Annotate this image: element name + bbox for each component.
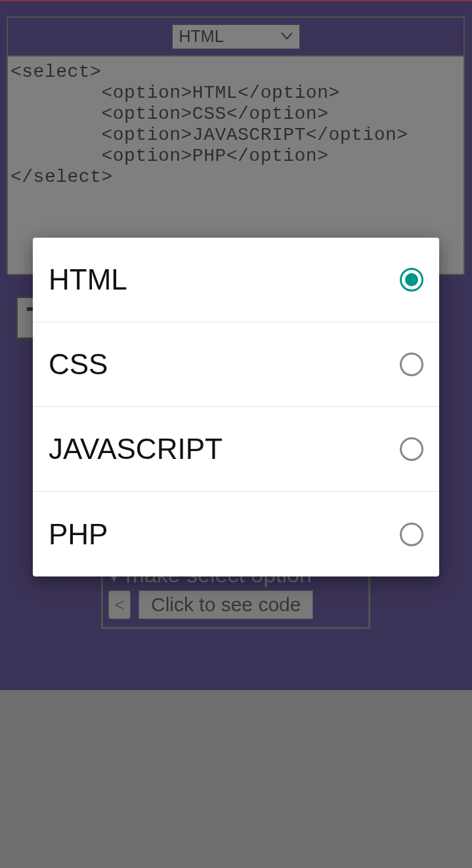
option-label: HTML [49,263,127,296]
radio-unselected-icon [400,523,423,546]
radio-selected-icon [400,268,423,292]
option-label: PHP [49,518,108,551]
option-html[interactable]: HTML [33,238,439,322]
option-css[interactable]: CSS [33,322,439,407]
option-label: JAVASCRIPT [49,433,223,466]
option-php[interactable]: PHP [33,492,439,576]
option-label: CSS [49,348,108,381]
option-javascript[interactable]: JAVASCRIPT [33,407,439,492]
radio-unselected-icon [400,437,423,461]
page-background: HTML <select> <option>HTML</option> <opt… [0,0,472,868]
radio-unselected-icon [400,353,423,376]
select-dropdown-modal: HTML CSS JAVASCRIPT PHP [33,238,439,576]
